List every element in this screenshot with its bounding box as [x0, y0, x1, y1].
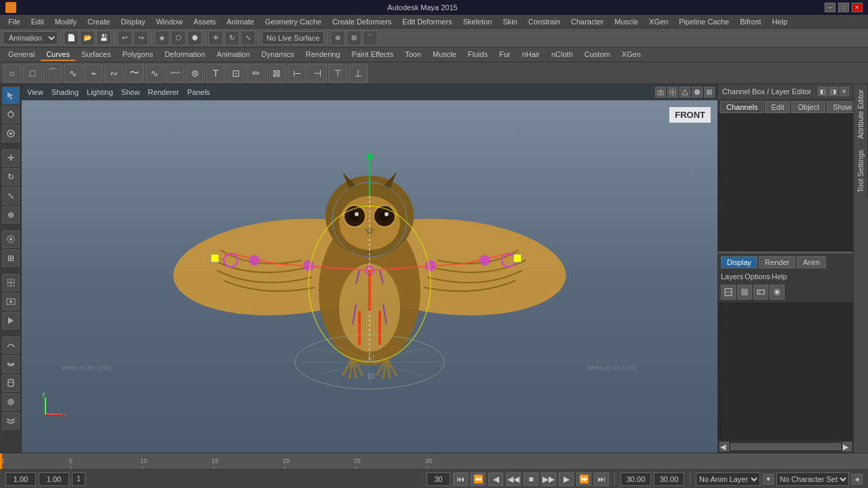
- tab-rendering[interactable]: Rendering: [300, 49, 346, 61]
- ipr-render-btn[interactable]: [2, 312, 20, 329]
- shelf-icon-text[interactable]: T: [206, 64, 225, 83]
- panel-icon-1[interactable]: ◧: [818, 87, 827, 96]
- step-back-btn[interactable]: ◀: [488, 472, 503, 486]
- viewport[interactable]: View Shading Lighting Show Renderer Pane…: [22, 84, 717, 453]
- shelf-icon-extra5[interactable]: ⊥: [349, 64, 368, 83]
- menu-geometry-cache[interactable]: Geometry Cache: [260, 16, 327, 27]
- layer-btn-2[interactable]: [737, 285, 752, 300]
- layer-option-options[interactable]: Options: [745, 272, 770, 281]
- tab-fur[interactable]: Fur: [494, 49, 516, 61]
- tab-curves[interactable]: Curves: [41, 49, 75, 61]
- scroll-left-btn[interactable]: ◀: [719, 442, 729, 451]
- layer-option-layers[interactable]: Layers: [721, 272, 743, 281]
- shelf-icon-circle[interactable]: ○: [3, 64, 22, 83]
- mode-selector[interactable]: Animation Modeling Rigging Rendering: [3, 31, 58, 45]
- tab-channels[interactable]: Channels: [720, 101, 764, 113]
- layer-scrollbar[interactable]: [730, 443, 841, 450]
- current-frame-input[interactable]: [5, 472, 36, 486]
- tool-settings-tab[interactable]: Tool Settings: [854, 144, 868, 198]
- save-scene-btn[interactable]: 💾: [96, 30, 111, 45]
- tab-nhair[interactable]: nHair: [517, 49, 545, 61]
- soft-mod-btn[interactable]: [2, 230, 20, 248]
- panel-icon-2[interactable]: ◨: [829, 87, 838, 96]
- vp-menu-shading[interactable]: Shading: [49, 88, 81, 96]
- vp-menu-lighting[interactable]: Lighting: [84, 88, 116, 96]
- layer-btn-1[interactable]: [721, 285, 736, 300]
- grid-snap-btn[interactable]: ⊞: [347, 30, 361, 45]
- play-fwd-btn[interactable]: ▶▶: [541, 472, 556, 486]
- shelf-icon-arc[interactable]: ⌒: [43, 64, 62, 83]
- shelf-icon-curve1[interactable]: ∿: [64, 64, 83, 83]
- smooth-btn[interactable]: [2, 393, 20, 411]
- vp-menu-view[interactable]: View: [24, 88, 46, 96]
- tab-animation[interactable]: Animation: [212, 49, 256, 61]
- vp-menu-renderer[interactable]: Renderer: [145, 88, 182, 96]
- menu-modify[interactable]: Modify: [50, 16, 82, 27]
- layer-btn-3[interactable]: [753, 285, 768, 300]
- tab-toon[interactable]: Toon: [399, 49, 427, 61]
- shelf-icon-curve5[interactable]: ∿: [145, 64, 164, 83]
- scale-tool-btn[interactable]: ⤡: [2, 187, 20, 205]
- relax-btn[interactable]: [2, 355, 20, 373]
- step-fwd-btn[interactable]: ▶: [559, 472, 574, 486]
- menu-window[interactable]: Window: [151, 16, 188, 27]
- start-frame-input[interactable]: [39, 472, 69, 486]
- layer-tab-display[interactable]: Display: [721, 256, 757, 268]
- close-button[interactable]: ✕: [852, 3, 863, 12]
- menu-file[interactable]: File: [3, 16, 26, 27]
- goto-start-btn[interactable]: ⏮: [453, 472, 468, 486]
- vp-menu-panels[interactable]: Panels: [184, 88, 213, 96]
- render-view-btn[interactable]: [2, 293, 20, 310]
- tab-general[interactable]: General: [3, 49, 40, 61]
- vp-icon-camera[interactable]: [655, 87, 666, 98]
- crease-btn[interactable]: [2, 412, 20, 430]
- move-tool-btn[interactable]: ✛: [2, 149, 20, 167]
- lasso-tool-btn[interactable]: [2, 106, 20, 123]
- anim-layer-select[interactable]: No Anim Layer: [696, 472, 760, 486]
- grab-btn[interactable]: [2, 374, 20, 392]
- menu-edit[interactable]: Edit: [26, 16, 50, 27]
- tab-polygons[interactable]: Polygons: [117, 49, 158, 61]
- menu-help[interactable]: Help: [766, 16, 793, 27]
- tab-custom[interactable]: Custom: [579, 49, 616, 61]
- paint-select-btn[interactable]: [2, 125, 20, 142]
- menu-xgen[interactable]: XGen: [644, 16, 673, 27]
- tab-dynamics[interactable]: Dynamics: [256, 49, 300, 61]
- shelf-icon-helix[interactable]: ⊛: [186, 64, 205, 83]
- magnet-snap-btn[interactable]: ⊕: [330, 30, 345, 45]
- menu-animate[interactable]: Animate: [221, 16, 259, 27]
- fps-input[interactable]: [620, 472, 651, 486]
- select-tool-btn[interactable]: [2, 87, 20, 104]
- tab-edit[interactable]: Edit: [765, 101, 790, 113]
- next-key-btn[interactable]: ⏩: [576, 472, 591, 486]
- menu-pipeline-cache[interactable]: Pipeline Cache: [673, 16, 734, 27]
- end-frame-input[interactable]: [427, 472, 450, 486]
- goto-end-btn[interactable]: ⏭: [594, 472, 609, 486]
- menu-muscle[interactable]: Muscle: [609, 16, 644, 27]
- menu-character[interactable]: Character: [566, 16, 609, 27]
- panel-icon-3[interactable]: ✕: [840, 87, 849, 96]
- shelf-icon-extra4[interactable]: ⊤: [328, 64, 347, 83]
- tab-object[interactable]: Object: [791, 101, 825, 113]
- undo-btn[interactable]: ↩: [117, 30, 132, 45]
- maximize-button[interactable]: □: [838, 3, 849, 12]
- menu-skin[interactable]: Skin: [497, 16, 522, 27]
- character-set-select[interactable]: No Character Set: [776, 472, 849, 486]
- shelf-icon-ep[interactable]: ⊡: [226, 64, 245, 83]
- vp-icon-grid[interactable]: [667, 87, 678, 98]
- open-scene-btn[interactable]: 📂: [80, 30, 95, 45]
- attribute-editor-tab[interactable]: Attribute Editor: [854, 84, 868, 144]
- play-back-btn[interactable]: ◀◀: [506, 472, 521, 486]
- shelf-icon-wave[interactable]: 〰: [165, 64, 184, 83]
- shelf-icon-extra3[interactable]: ⊣: [308, 64, 327, 83]
- vp-icon-texture[interactable]: [704, 87, 715, 98]
- menu-edit-deformers[interactable]: Edit Deformers: [397, 16, 457, 27]
- new-scene-btn[interactable]: 📄: [64, 30, 79, 45]
- snap-point-btn[interactable]: [2, 274, 20, 291]
- tab-paint-effects[interactable]: Paint Effects: [347, 49, 399, 61]
- shelf-icon-extra2[interactable]: ⊢: [288, 64, 307, 83]
- tab-ncloth[interactable]: nCloth: [546, 49, 578, 61]
- select-btn[interactable]: ◈: [155, 30, 170, 45]
- vp-icon-wireframe[interactable]: [679, 87, 690, 98]
- paint-btn[interactable]: ⬢: [187, 30, 202, 45]
